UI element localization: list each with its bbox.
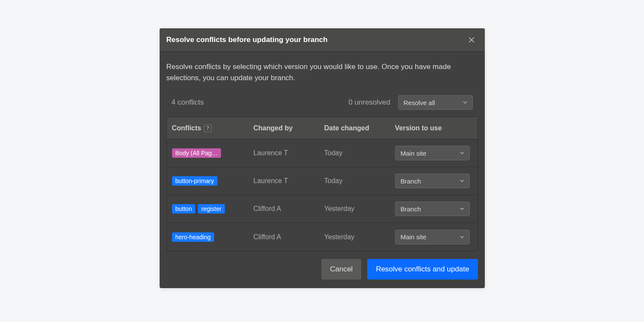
stats-row: 4 conflicts 0 unresolved Resolve all — [166, 95, 478, 110]
resolve-button[interactable]: Resolve conflicts and update — [367, 259, 478, 280]
resolve-all-select[interactable]: Resolve all — [398, 95, 473, 110]
resolve-all-label: Resolve all — [404, 99, 435, 106]
changed-by-cell: Clifford A — [254, 205, 324, 213]
table-body: Body (All Pag…Laurence TTodayMain sitebu… — [167, 139, 478, 251]
version-select[interactable]: Main site — [395, 230, 470, 244]
version-cell: Branch — [395, 174, 472, 188]
conflicts-table: Conflicts ? Changed by Date changed Vers… — [166, 117, 478, 251]
changed-by-cell: Laurence T — [254, 149, 324, 157]
version-select[interactable]: Branch — [395, 202, 470, 216]
close-icon — [468, 36, 475, 44]
conflict-tag[interactable]: hero-heading — [172, 232, 215, 242]
conflict-cell: buttonregister — [172, 204, 254, 214]
version-label: Main site — [401, 150, 426, 157]
table-row: button-primaryLaurence TTodayBranch — [167, 167, 478, 195]
conflict-tag[interactable]: button-primary — [172, 176, 218, 186]
version-label: Main site — [401, 233, 426, 241]
version-cell: Main site — [395, 230, 472, 244]
date-changed-cell: Today — [324, 177, 395, 185]
version-label: Branch — [401, 178, 421, 185]
col-changed-by: Changed by — [254, 124, 324, 132]
unresolved-count: 0 unresolved — [348, 98, 390, 107]
col-version-to-use: Version to use — [395, 124, 472, 132]
resolve-conflicts-modal: Resolve conflicts before updating your b… — [160, 28, 485, 288]
conflicts-count: 4 conflicts — [172, 98, 349, 107]
chevron-down-icon — [459, 178, 465, 184]
col-conflicts: Conflicts ? — [172, 124, 254, 132]
conflict-tag[interactable]: Body (All Pag… — [172, 148, 221, 158]
table-row: Body (All Pag…Laurence TTodayMain site — [167, 139, 478, 167]
conflict-cell: Body (All Pag… — [172, 148, 254, 158]
date-changed-cell: Yesterday — [324, 233, 395, 241]
col-date-changed: Date changed — [324, 124, 395, 132]
cancel-button[interactable]: Cancel — [321, 259, 361, 280]
modal-title: Resolve conflicts before updating your b… — [166, 36, 328, 44]
conflict-tag[interactable]: register — [198, 204, 225, 214]
conflict-tag[interactable]: button — [172, 204, 196, 214]
version-select[interactable]: Branch — [395, 174, 470, 188]
table-row: buttonregisterClifford AYesterdayBranch — [167, 195, 478, 223]
version-cell: Main site — [395, 146, 472, 160]
modal-header: Resolve conflicts before updating your b… — [160, 28, 485, 52]
modal-body: Resolve conflicts by selecting which ver… — [160, 52, 485, 288]
chevron-down-icon — [462, 99, 468, 105]
chevron-down-icon — [459, 206, 465, 212]
modal-footer: Cancel Resolve conflicts and update — [166, 259, 478, 280]
version-cell: Branch — [395, 202, 472, 216]
chevron-down-icon — [459, 234, 465, 240]
version-label: Branch — [401, 205, 421, 213]
conflict-cell: button-primary — [172, 176, 254, 186]
date-changed-cell: Yesterday — [324, 205, 395, 213]
chevron-down-icon — [459, 150, 465, 156]
table-row: hero-headingClifford AYesterdayMain site — [167, 223, 478, 251]
modal-description: Resolve conflicts by selecting which ver… — [166, 61, 478, 83]
close-button[interactable] — [467, 35, 476, 45]
help-icon[interactable]: ? — [204, 124, 212, 132]
changed-by-cell: Clifford A — [254, 233, 324, 241]
conflict-cell: hero-heading — [172, 232, 254, 242]
date-changed-cell: Today — [324, 149, 395, 157]
changed-by-cell: Laurence T — [254, 177, 324, 185]
table-header: Conflicts ? Changed by Date changed Vers… — [167, 117, 478, 139]
version-select[interactable]: Main site — [395, 146, 470, 160]
